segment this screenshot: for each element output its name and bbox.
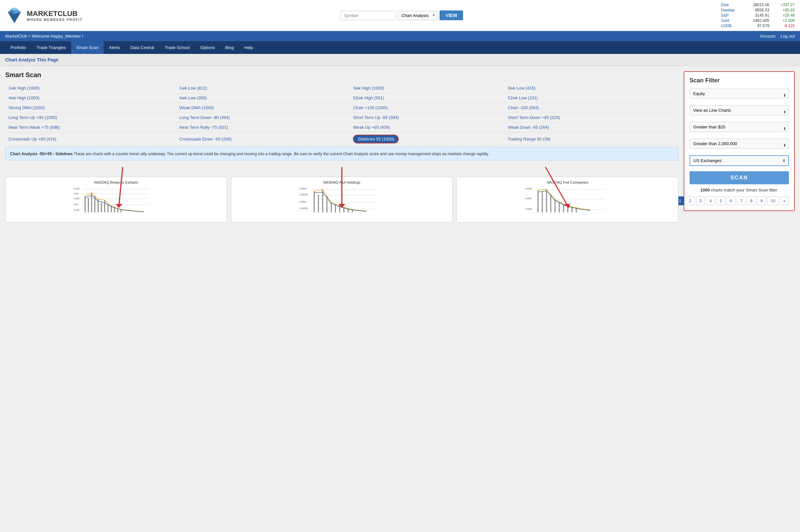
ticker-value: 28015.06 <box>746 3 769 7</box>
filter2-select[interactable]: View as Line Charts <box>689 105 789 115</box>
pagination-page-9[interactable]: 9 <box>757 196 766 205</box>
svg-rect-37 <box>312 209 377 209</box>
ticker-name[interactable]: Dow <box>721 3 741 7</box>
filter5-select[interactable]: US Exchanges <box>690 156 788 165</box>
scan-link[interactable]: Sidelines 55 (1000) <box>358 137 394 141</box>
table-row: Near Term Weak +75 (698)Near Term Rally … <box>5 122 679 132</box>
pagination-page-8[interactable]: 8 <box>747 196 756 205</box>
scan-cell: Crossroads Down -60 (268) <box>176 132 350 146</box>
symbol-input[interactable] <box>340 11 396 20</box>
scan-link[interactable]: Weak Up +65 (439) <box>353 125 390 130</box>
svg-text:0.0004: 0.0004 <box>299 201 307 203</box>
nav-item-alerts[interactable]: Alerts <box>103 41 125 54</box>
nav-item-trade-school[interactable]: Trade School <box>159 41 195 54</box>
match-text: 1000 charts match your Smart Scan filter… <box>689 188 789 192</box>
pagination-page-2[interactable]: 2 <box>686 196 694 205</box>
desc-title: Chart Analysis -55/+55 : Sidelines <box>10 152 73 156</box>
scan-link[interactable]: 52wk Low (101) <box>508 95 538 100</box>
nav-item-portfolio[interactable]: Portfolio <box>5 41 31 54</box>
chart-analyze-bar: Chart Analyze This Page <box>0 54 800 66</box>
svg-text:0.055: 0.055 <box>74 188 79 190</box>
svg-text:0.0007: 0.0007 <box>525 197 532 200</box>
scan-link[interactable]: 4wk Low (359) <box>179 95 207 100</box>
ticker-name[interactable]: Gold <box>721 18 741 23</box>
table-row: Crossroads Up +60 (419)Crossroads Down -… <box>5 132 679 146</box>
scan-link[interactable]: 52wk High (591) <box>353 95 384 100</box>
scan-link[interactable]: 3wk Low (415) <box>508 86 536 91</box>
ticker-name[interactable]: S&P <box>721 13 741 18</box>
scan-link[interactable]: Long Term Down -90 (454) <box>179 115 230 120</box>
nav-item-data-central[interactable]: Data Central <box>125 41 159 54</box>
svg-rect-16 <box>83 199 149 199</box>
svg-text:0.04: 0.04 <box>74 203 78 206</box>
scan-cell: Long Term Down -90 (454) <box>176 113 350 122</box>
scan-link[interactable]: 3wk High (1000) <box>353 86 384 91</box>
scan-link[interactable]: 1wk Low (812) <box>179 86 207 91</box>
ticker-name[interactable]: USD$ <box>721 23 741 28</box>
filter3-select[interactable]: Greater than $20 <box>689 122 789 132</box>
nav-item-smart-scan[interactable]: Smart Scan <box>71 41 104 54</box>
scan-cell: 4wk High (1000) <box>5 93 176 103</box>
pagination-page-7[interactable]: 7 <box>737 196 746 205</box>
account-link[interactable]: Account <box>760 34 776 39</box>
pagination-page-5[interactable]: 5 <box>716 196 725 205</box>
chart-analysis-select[interactable]: Chart Analysis <box>398 11 438 20</box>
scan-link[interactable]: Strong DMA (1000) <box>8 105 45 110</box>
chart-3-svg: 0.0008 0.0007 0.0006 <box>460 186 675 216</box>
pagination-page-6[interactable]: 6 <box>726 196 735 205</box>
pagination-page-10[interactable]: 10 <box>767 196 778 205</box>
scan-link[interactable]: Short Term Up -85 (394) <box>353 115 399 120</box>
scan-link[interactable]: Near Term Rally -75 (501) <box>179 125 228 130</box>
pagination-page-3[interactable]: 3 <box>696 196 705 205</box>
main-content: Smart Scan 1wk High (1000)1wk Low (812)3… <box>0 66 800 228</box>
scan-cell: 52wk High (591) <box>350 93 504 103</box>
scan-link[interactable]: Crossroads Up +60 (419) <box>8 137 56 141</box>
view-button[interactable]: VIEW <box>440 11 463 20</box>
filter1-select[interactable]: Equity <box>689 89 789 99</box>
scan-filter-box: Scan Filter Equity View as Line Charts G… <box>684 71 795 211</box>
scan-cell: Short Term Down +85 (224) <box>504 113 679 122</box>
scan-link[interactable]: Long Term Up +90 (1000) <box>8 115 57 120</box>
chart-card-3: NASDAQ Imd Companies 0.0008 0.0007 0.000… <box>457 177 679 223</box>
filter4-wrap: Greater than 2,000,000 <box>689 138 789 152</box>
scan-link[interactable]: 1wk High (1000) <box>8 86 40 91</box>
scan-cell: Trading Range 50 (39) <box>504 132 679 146</box>
scan-link[interactable]: Chart -100 (593) <box>508 105 539 110</box>
nav-item-trade-triangles[interactable]: Trade Triangles <box>31 41 71 54</box>
filter4-select[interactable]: Greater than 2,000,000 <box>689 138 789 149</box>
pagination-page-4[interactable]: 4 <box>706 196 715 205</box>
chart-analyze-link[interactable]: Chart Analyze This Page <box>5 57 58 62</box>
ticker-change: +2.005 <box>775 18 795 23</box>
nav-item-blog[interactable]: Blog <box>220 41 239 54</box>
scan-link[interactable]: Short Term Down +85 (224) <box>508 115 560 120</box>
scan-cell: 1wk High (1000) <box>5 83 176 93</box>
scan-link[interactable]: Crossroads Down -60 (268) <box>179 137 232 141</box>
pagination-next[interactable]: » <box>780 196 789 205</box>
scan-cell: Long Term Up +90 (1000) <box>5 113 176 122</box>
nav-item-options[interactable]: Options <box>195 41 220 54</box>
logout-link[interactable]: Log out <box>781 34 795 39</box>
scan-link[interactable]: Near Term Weak +75 (698) <box>8 125 60 130</box>
nav-item-help[interactable]: Help <box>239 41 258 54</box>
marketclub-logo-icon <box>5 6 23 24</box>
right-panel: Scan Filter Equity View as Line Charts G… <box>684 71 795 223</box>
scan-link[interactable]: Weak Down -65 (264) <box>508 125 549 130</box>
scan-link[interactable]: Chart +100 (1000) <box>353 105 387 110</box>
svg-rect-17 <box>83 205 149 205</box>
svg-text:0.0005: 0.0005 <box>299 188 307 190</box>
scan-link[interactable]: 4wk High (1000) <box>8 95 40 100</box>
scan-cell: 1wk Low (812) <box>176 83 350 93</box>
desc-text: These are charts with a counter trend ra… <box>73 152 489 156</box>
svg-text:0.00035: 0.00035 <box>299 207 307 209</box>
scan-button[interactable]: SCAN <box>689 171 789 184</box>
ticker-name[interactable]: Nasdaq <box>721 8 741 13</box>
scan-cell: Weak Down -65 (264) <box>504 122 679 132</box>
scan-link[interactable]: Trading Range 50 (39) <box>508 137 550 141</box>
match-text-post: charts match your Smart Scan filter. <box>710 188 778 192</box>
table-row: Strong DMA (1000)Weak DMA (1000)Chart +1… <box>5 103 679 113</box>
filter1-wrap: Equity <box>689 89 789 102</box>
svg-text:0.00045: 0.00045 <box>299 193 307 196</box>
scan-cell: 4wk Low (359) <box>176 93 350 103</box>
scan-link[interactable]: Weak DMA (1000) <box>179 105 214 110</box>
filter2-wrap: View as Line Charts <box>689 105 789 119</box>
